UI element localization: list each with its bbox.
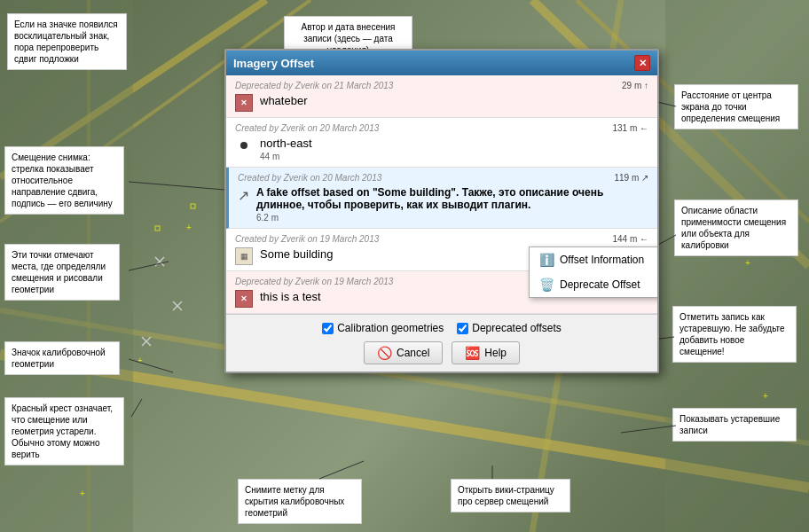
entry-2-content: north-east 44 m	[235, 137, 648, 161]
deprecate-offset-item[interactable]: 🗑️ Deprecate Offset	[530, 272, 657, 297]
entry-5-status: Deprecated by Zverik on 19 March 2013	[235, 277, 393, 286]
deprecated-offsets-checkbox[interactable]	[457, 323, 468, 334]
entry-2-distance: 131 m ←	[612, 123, 648, 133]
svg-text:+: +	[186, 223, 192, 232]
button-row: 🚫 Cancel 🆘 Help	[235, 341, 648, 364]
calibration-geometries-text: Calibration geometries	[337, 322, 444, 334]
callout-shift: Смещение снимка: стрелка показывает отно…	[4, 146, 124, 215]
close-button[interactable]: ✕	[634, 55, 650, 71]
dialog-title: Imagery Offset	[233, 57, 314, 70]
callout-description: Описание области применимости смещения и…	[674, 200, 798, 256]
entry-2-status: Created by Zverik on 20 March 2013	[235, 123, 379, 133]
entry-5-icon: ✕	[235, 290, 253, 308]
deprecate-icon: 🗑️	[538, 277, 554, 293]
entry-3-name: A fake offset based on "Some building". …	[256, 186, 648, 211]
offset-info-item[interactable]: ℹ️ Offset Information	[530, 247, 657, 272]
entry-3-icon: ↗	[238, 186, 249, 204]
entry-1-distance: 29 m ↑	[622, 81, 648, 90]
svg-text:+: +	[745, 258, 750, 268]
entry-4-name: Some building	[260, 247, 333, 261]
callout-distance: Расстояние от центра экрана до точки опр…	[674, 84, 798, 129]
entry-3-distance: 119 m ↗	[614, 173, 648, 183]
entry-4-status: Created by Zverik on 19 March 2013	[235, 234, 379, 244]
callout-calibration: Значок калибровочной геометрии	[4, 341, 120, 375]
entry-2-name: north-east	[260, 137, 312, 150]
context-menu: ℹ️ Offset Information 🗑️ Deprecate Offse…	[529, 246, 657, 298]
entry-4-distance: 144 m ←	[612, 234, 648, 244]
callout-exclamation: Если на значке появился восклицательный …	[7, 13, 127, 70]
cancel-label: Cancel	[397, 347, 429, 359]
entry-1-header: Deprecated by Zverik on 21 March 2013 29…	[235, 81, 648, 90]
entry-1-icon: ✕	[235, 94, 253, 112]
svg-text:+: +	[763, 391, 768, 401]
entry-2-sub: 44 m	[260, 152, 312, 161]
dialog-body[interactable]: Deprecated by Zverik on 21 March 2013 29…	[226, 75, 657, 314]
entry-5-name: this is a test	[260, 290, 321, 303]
svg-rect-9	[665, 0, 809, 532]
cancel-button[interactable]: 🚫 Cancel	[364, 341, 443, 364]
entry-2-icon	[240, 142, 247, 149]
calibration-geometries-label[interactable]: Calibration geometries	[322, 322, 444, 334]
offset-info-label: Offset Information	[560, 254, 644, 266]
callout-points: Эти точки отмечают места, где определяли…	[4, 244, 120, 301]
entry-3-content: ↗ A fake offset based on "Some building"…	[238, 186, 648, 223]
help-icon: 🆘	[465, 346, 480, 360]
calibration-geometries-checkbox[interactable]	[322, 323, 334, 334]
entry-4-icon: ▦	[235, 247, 253, 265]
callout-red-cross: Красный крест означает, что смещение или…	[4, 397, 124, 466]
cancel-icon: 🚫	[377, 346, 392, 360]
svg-rect-24	[155, 226, 160, 231]
deprecated-offsets-label[interactable]: Deprecated offsets	[457, 322, 562, 334]
dialog-footer: Calibration geometries Deprecated offset…	[226, 314, 657, 372]
svg-text:+: +	[137, 356, 143, 365]
callout-hide-calibration: Снимите метку для скрытия калибровочных …	[238, 479, 362, 524]
svg-text:+: +	[80, 489, 85, 498]
entry-3-status: Created by Zverik on 20 March 2013	[238, 173, 381, 183]
offset-entry-1[interactable]: Deprecated by Zverik on 21 March 2013 29…	[226, 75, 657, 118]
callout-show-deprecated: Показывать устаревшие записи	[672, 408, 797, 442]
offset-entry-3[interactable]: Created by Zverik on 20 March 2013 119 m…	[226, 168, 657, 229]
deprecate-offset-label: Deprecate Offset	[560, 278, 640, 291]
svg-rect-25	[191, 204, 195, 208]
offset-entry-2[interactable]: Created by Zverik on 20 March 2013 131 m…	[226, 118, 657, 168]
entry-1-status: Deprecated by Zverik on 21 March 2013	[235, 81, 393, 90]
entry-3-header: Created by Zverik on 20 March 2013 119 m…	[238, 173, 648, 183]
deprecated-offsets-text: Deprecated offsets	[472, 322, 562, 334]
dialog-titlebar: Imagery Offset ✕	[226, 51, 657, 75]
help-label: Help	[484, 347, 507, 359]
callout-wiki: Открыть вики-страницу про сервер смещени…	[451, 479, 570, 512]
entry-1-content: ✕ whateber	[235, 94, 648, 112]
checkbox-row: Calibration geometries Deprecated offset…	[235, 322, 648, 334]
entry-4-header: Created by Zverik on 19 March 2013 144 m…	[235, 234, 648, 244]
entry-2-header: Created by Zverik on 20 March 2013 131 m…	[235, 123, 648, 133]
callout-deprecate: Отметить запись как устаревшую. Не забуд…	[672, 306, 797, 363]
info-icon: ℹ️	[538, 252, 554, 268]
entry-3-sub: 6.2 m	[256, 213, 648, 223]
imagery-offset-dialog: Imagery Offset ✕ Deprecated by Zverik on…	[224, 49, 659, 373]
help-button[interactable]: 🆘 Help	[452, 341, 520, 364]
offset-entry-4[interactable]: Created by Zverik on 19 March 2013 144 m…	[226, 229, 657, 271]
entry-1-name: whateber	[260, 94, 307, 107]
